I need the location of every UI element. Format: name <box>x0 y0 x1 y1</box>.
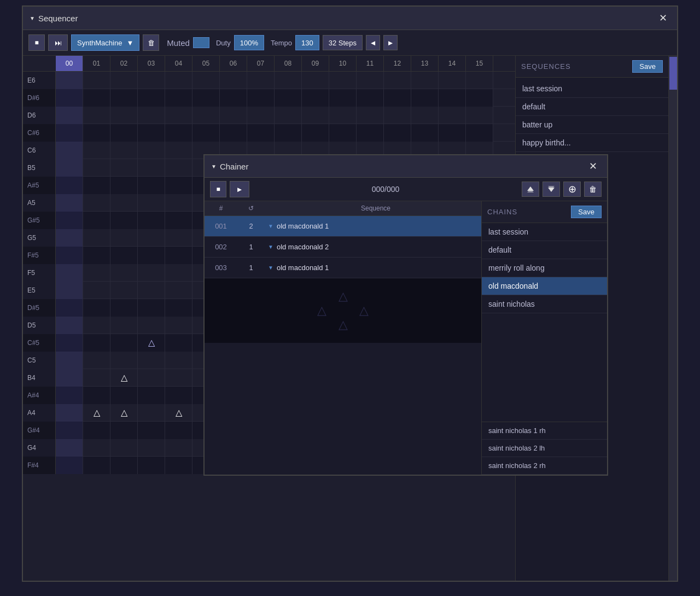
col-header-12[interactable]: 12 <box>384 56 411 71</box>
seq-dropdown-icon-001[interactable]: ▼ <box>268 223 273 229</box>
chain-item-last-session[interactable]: last session <box>482 223 607 241</box>
synth-selector[interactable]: SynthMachine ▼ <box>71 34 139 51</box>
next-button[interactable]: ► <box>383 35 398 50</box>
cell-D6-08[interactable] <box>275 107 302 124</box>
cell-D6-13[interactable] <box>411 107 439 124</box>
cell-D6-05[interactable] <box>192 107 220 124</box>
cell-D6-03[interactable] <box>138 107 165 124</box>
cell-D6-10[interactable] <box>329 107 357 124</box>
cell-E6-14[interactable] <box>439 72 466 89</box>
steps-value[interactable]: 32 Steps <box>323 35 363 50</box>
cell-E6-09[interactable] <box>302 72 329 89</box>
col-header-05[interactable]: 05 <box>192 56 220 71</box>
vertical-scrollbar[interactable] <box>668 56 677 581</box>
sequencer-close-button[interactable]: ✕ <box>656 11 670 25</box>
cell-Ds6-01[interactable] <box>83 89 110 107</box>
chainer-stop-button[interactable]: ■ <box>210 181 226 197</box>
cell-D6-15[interactable] <box>466 107 493 124</box>
col-header-11[interactable]: 11 <box>357 56 384 71</box>
chains-save-button[interactable]: Save <box>571 206 602 218</box>
sequence-item-last-session[interactable]: last session <box>516 80 668 98</box>
cell-Ds6-08[interactable] <box>275 89 302 107</box>
cell-D6-06[interactable] <box>220 107 247 124</box>
cell-E6-02[interactable] <box>110 72 138 89</box>
cell-Cs5-03[interactable]: △ <box>138 334 165 352</box>
cell-Ds6-09[interactable] <box>302 89 329 107</box>
cell-Ds6-04[interactable] <box>165 89 192 107</box>
col-header-08[interactable]: 08 <box>275 56 302 71</box>
cell-D6-02[interactable] <box>110 107 138 124</box>
cell-D6-04[interactable] <box>165 107 192 124</box>
col-header-04[interactable]: 04 <box>165 56 192 71</box>
col-header-13[interactable]: 13 <box>411 56 439 71</box>
cell-Ds6-14[interactable] <box>439 89 466 107</box>
cell-Ds6-06[interactable] <box>220 89 247 107</box>
chain-item-saint-nicholas[interactable]: saint nicholas <box>482 295 607 313</box>
cell-D6-14[interactable] <box>439 107 466 124</box>
cell-Ds6-13[interactable] <box>411 89 439 107</box>
cell-Ds6-10[interactable] <box>329 89 357 107</box>
sequencer-collapse-icon[interactable]: ▼ <box>30 15 35 21</box>
cell-D6-01[interactable] <box>83 107 110 124</box>
cell-D6-11[interactable] <box>357 107 384 124</box>
col-header-03[interactable]: 03 <box>138 56 165 71</box>
sequences-save-button[interactable]: Save <box>632 60 663 73</box>
sequence-item-happy-birthday[interactable]: happy birthd... <box>516 134 668 152</box>
cell-E6-01[interactable] <box>83 72 110 89</box>
chainer-collapse-icon[interactable]: ▼ <box>211 163 217 170</box>
prev-button[interactable]: ◄ <box>366 35 380 50</box>
col-header-06[interactable]: 06 <box>220 56 247 71</box>
seq-bottom-saint-nicholas-1rh[interactable]: saint nicholas 1 rh <box>482 422 607 440</box>
cell-B4-02[interactable]: △ <box>110 369 138 387</box>
cell-E6-05[interactable] <box>192 72 220 89</box>
trash-button[interactable]: 🗑 <box>143 34 159 51</box>
chainer-row-001[interactable]: 001 2 ▼ old macdonald 1 <box>205 216 481 237</box>
chainer-row-002[interactable]: 002 1 ▼ old macdonald 2 <box>205 237 481 258</box>
cell-E6-00[interactable] <box>56 72 83 89</box>
col-header-15[interactable]: 15 <box>466 56 493 71</box>
chainer-add-button[interactable]: ⊕ <box>563 182 581 197</box>
cell-Ds6-00[interactable] <box>56 89 83 107</box>
chainer-play-button[interactable]: ► <box>230 181 249 197</box>
cell-D6-00[interactable] <box>56 107 83 124</box>
seq-dropdown-icon-002[interactable]: ▼ <box>268 244 273 250</box>
cell-Ds6-02[interactable] <box>110 89 138 107</box>
cell-D6-07[interactable] <box>247 107 275 124</box>
cell-E6-08[interactable] <box>275 72 302 89</box>
col-header-02[interactable]: 02 <box>110 56 138 71</box>
cell-A4-01[interactable]: △ <box>83 404 110 422</box>
cell-E6-07[interactable] <box>247 72 275 89</box>
chainer-up-button[interactable] <box>522 182 539 197</box>
cell-E6-13[interactable] <box>411 72 439 89</box>
cell-Ds6-15[interactable] <box>466 89 493 107</box>
col-header-00[interactable]: 00 <box>56 56 83 71</box>
scrollbar-thumb[interactable] <box>669 57 677 90</box>
seq-bottom-saint-nicholas-2rh[interactable]: saint nicholas 2 rh <box>482 457 607 475</box>
col-header-14[interactable]: 14 <box>439 56 466 71</box>
col-header-10[interactable]: 10 <box>329 56 357 71</box>
duty-value[interactable]: 100% <box>234 35 264 50</box>
cell-E6-11[interactable] <box>357 72 384 89</box>
cell-Ds6-05[interactable] <box>192 89 220 107</box>
seq-dropdown-icon-003[interactable]: ▼ <box>268 265 273 271</box>
sequence-item-batter-up[interactable]: batter up <box>516 116 668 134</box>
cell-Ds6-07[interactable] <box>247 89 275 107</box>
muted-toggle[interactable] <box>193 37 209 48</box>
chain-item-old-macdonald[interactable]: old macdonald <box>482 277 607 295</box>
cell-Ds6-12[interactable] <box>384 89 411 107</box>
cell-D6-12[interactable] <box>384 107 411 124</box>
sequence-item-default[interactable]: default <box>516 98 668 116</box>
cell-E6-15[interactable] <box>466 72 493 89</box>
chainer-row-003[interactable]: 003 1 ▼ old macdonald 1 <box>205 258 481 278</box>
cell-A4-02[interactable]: △ <box>110 404 138 422</box>
col-header-07[interactable]: 07 <box>247 56 275 71</box>
cell-E6-03[interactable] <box>138 72 165 89</box>
chain-item-merrily[interactable]: merrily roll along <box>482 259 607 277</box>
seq-bottom-saint-nicholas-2lh[interactable]: saint nicholas 2 lh <box>482 440 607 457</box>
col-header-01[interactable]: 01 <box>83 56 110 71</box>
cell-E6-10[interactable] <box>329 72 357 89</box>
cell-Ds6-11[interactable] <box>357 89 384 107</box>
play-button[interactable]: ⏭ <box>48 34 68 51</box>
chain-item-default[interactable]: default <box>482 241 607 259</box>
chainer-close-button[interactable]: ✕ <box>586 159 600 173</box>
